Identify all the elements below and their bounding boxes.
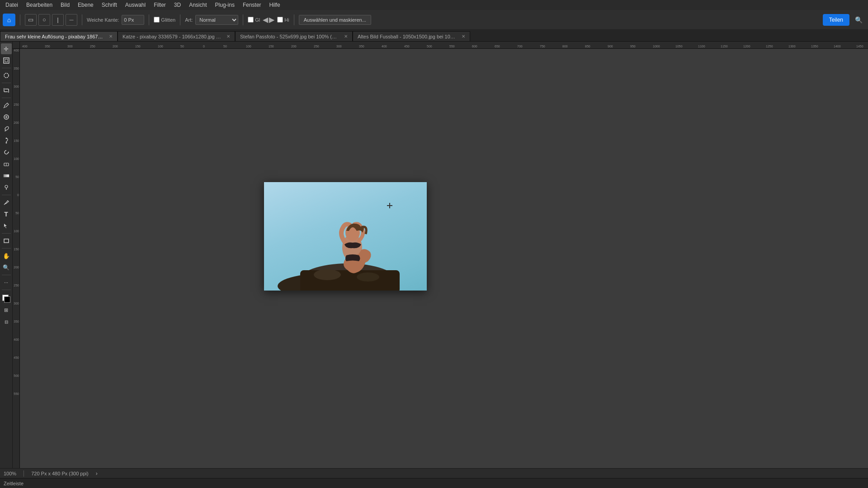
toolbar: ⌂ ▭ ○ | — Weiche Kante: Glitten Art: Nor… (0, 10, 868, 30)
select-mask-button[interactable]: Auswählen und maskieren... (299, 15, 371, 25)
toolbar-separator-1 (20, 14, 20, 25)
main-area: ✛ (0, 42, 868, 468)
toolbar-separator-5 (243, 14, 243, 25)
tool-extra-2[interactable]: ⊟ (1, 316, 12, 327)
menu-bearbeiten[interactable]: Bearbeiten (23, 1, 56, 9)
more-tools[interactable]: ··· (1, 277, 12, 288)
tool-sep-4 (2, 195, 11, 195)
status-arrow[interactable]: › (96, 470, 98, 477)
menu-fenster[interactable]: Fenster (239, 1, 265, 9)
tool-move[interactable]: ✛ (1, 43, 12, 54)
tab-3-label: Altes Bild Fussball - 1050x1500.jpg bei … (358, 34, 457, 39)
tool-rectangle[interactable] (1, 235, 12, 246)
single-row-btn[interactable]: — (66, 14, 77, 26)
tool-pen[interactable] (1, 197, 12, 208)
tool-hand[interactable]: ✋ (1, 250, 12, 261)
image-canvas (264, 182, 427, 291)
tool-lasso[interactable] (1, 70, 12, 81)
tab-3-close[interactable]: ✕ (462, 34, 465, 39)
toolbar-separator-3 (149, 14, 149, 25)
art-label: Art: (185, 17, 193, 23)
tab-3[interactable]: Altes Bild Fussball - 1050x1500.jpg bei … (353, 31, 470, 41)
menu-filter[interactable]: Filter (150, 1, 170, 9)
menu-bild[interactable]: Bild (57, 1, 73, 9)
tool-text[interactable]: T (1, 209, 12, 220)
ruler-corner (13, 42, 20, 49)
toolbox: ✛ (0, 42, 13, 468)
menu-auswahl[interactable]: Auswahl (122, 1, 149, 9)
ruler-left: 400 350 300 250 200 150 100 50 0 50 100 … (13, 49, 20, 468)
tab-1[interactable]: Katze - pixabay 3336579 - 1066x1280.jpg … (118, 31, 235, 41)
tabs-bar: Frau sehr kleine Auflösung - pixabay 186… (0, 30, 868, 42)
tab-1-close[interactable]: ✕ (226, 34, 230, 39)
svg-point-11 (5, 142, 7, 144)
opacity-arrow-group: ◀ ▶ (263, 15, 274, 24)
teilen-button[interactable]: Teilen (823, 14, 849, 26)
toolbar-separator-4 (180, 14, 180, 25)
timeline-label: Zeitleiste (4, 481, 24, 486)
svg-point-12 (5, 138, 7, 139)
tab-2-close[interactable]: ✕ (344, 34, 348, 39)
menubar: Datei Bearbeiten Bild Ebene Schrift Ausw… (0, 0, 868, 10)
glitter-checkbox[interactable] (154, 17, 160, 23)
tool-sep-2 (2, 83, 11, 83)
single-col-btn[interactable]: | (52, 14, 64, 26)
svg-marker-13 (8, 151, 9, 153)
statusbar: 100% 720 Px x 480 Px (300 ppi) › (0, 468, 868, 478)
tool-sep-5 (2, 233, 11, 234)
menu-ansicht[interactable]: Ansicht (185, 1, 210, 9)
art-select[interactable]: Normal Multiplizieren Abwedeln (195, 15, 238, 25)
home-button[interactable]: ⌂ (3, 14, 15, 26)
canvas-viewport[interactable] (20, 49, 868, 468)
svg-rect-0 (4, 58, 9, 63)
tool-eyedropper[interactable] (1, 100, 12, 111)
menu-datei[interactable]: Datei (2, 1, 22, 9)
rect-select-btn[interactable]: ▭ (25, 14, 37, 26)
tab-0-close[interactable]: ✕ (109, 34, 113, 39)
color-swatches[interactable] (1, 294, 11, 304)
tool-dodge[interactable] (1, 182, 12, 193)
ruler-top: 400 350 300 250 200 150 100 50 0 50 100 … (20, 42, 868, 49)
hi-checkbox[interactable] (277, 17, 283, 23)
menu-schrift[interactable]: Schrift (98, 1, 121, 9)
menu-plugins[interactable]: Plug-ins (212, 1, 238, 9)
circle-select-btn[interactable]: ○ (38, 14, 50, 26)
tool-artboard[interactable] (1, 55, 12, 66)
tool-sep-7 (2, 275, 11, 275)
tool-brush[interactable] (1, 123, 12, 134)
image-dimensions: 720 Px x 480 Px (300 ppi) (31, 471, 89, 476)
glitter-check[interactable]: Glitten (154, 17, 175, 23)
tool-crop[interactable] (1, 85, 12, 96)
svg-point-17 (5, 185, 8, 188)
tool-sep-8 (2, 290, 11, 290)
tool-gradient[interactable] (1, 170, 12, 181)
tab-0-label: Frau sehr kleine Auflösung - pixabay 186… (5, 34, 104, 39)
hi-group: Hi (277, 17, 289, 23)
opacity-right-arrow[interactable]: ▶ (269, 15, 274, 24)
menu-hilfe[interactable]: Hilfe (266, 1, 284, 9)
status-sep-1 (24, 470, 24, 477)
opacity-checkbox[interactable] (248, 17, 254, 23)
svg-rect-20 (4, 239, 9, 243)
tool-clone[interactable] (1, 135, 12, 146)
timeline-bar: Zeitleiste (0, 478, 868, 488)
tool-zoom[interactable]: 🔍 (1, 262, 12, 273)
svg-rect-1 (5, 59, 8, 62)
menu-ebene[interactable]: Ebene (74, 1, 97, 9)
tool-history-brush[interactable] (1, 147, 12, 158)
tab-2[interactable]: Stefan Passfoto - 525x699.jpg bei 100% (… (235, 31, 353, 41)
svg-line-19 (4, 204, 5, 205)
soft-edge-input[interactable] (122, 15, 144, 25)
search-icon-button[interactable]: 🔍 (852, 15, 865, 24)
tool-extra-1[interactable]: ⊞ (1, 305, 12, 315)
opacity-left-arrow[interactable]: ◀ (263, 15, 268, 24)
menu-3d[interactable]: 3D (170, 1, 184, 9)
tool-path-select[interactable] (1, 221, 12, 231)
tool-eraser[interactable] (1, 159, 12, 169)
canvas-area[interactable]: 400 350 300 250 200 150 100 50 0 50 100 … (13, 42, 868, 468)
tool-sep-6 (2, 248, 11, 249)
tab-0[interactable]: Frau sehr kleine Auflösung - pixabay 186… (0, 31, 118, 41)
svg-point-26 (357, 272, 379, 282)
tool-spot-heal[interactable] (1, 112, 12, 122)
svg-point-2 (4, 73, 9, 78)
